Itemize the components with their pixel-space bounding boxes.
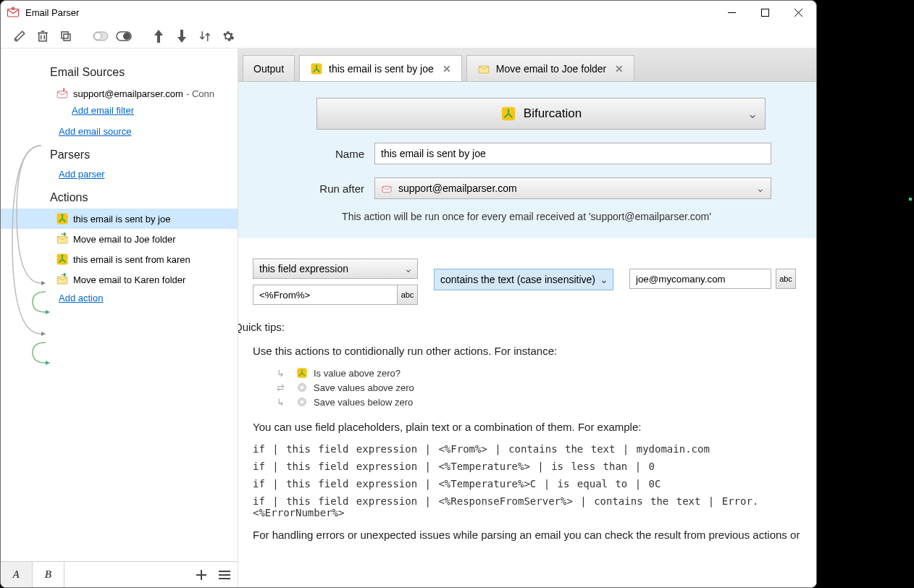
example-line: Is value above zero? [314, 368, 401, 379]
add-email-filter-link[interactable]: Add email filter [72, 104, 134, 123]
email-source-item[interactable]: support@emailparser.com - Conn [1, 83, 238, 104]
field-mode-dropdown[interactable]: this field expression ⌄ [253, 259, 418, 279]
add-action-link[interactable]: Add action [59, 290, 103, 311]
action-item-bifurcation-karen[interactable]: this email is sent from karen [1, 249, 238, 269]
edit-icon[interactable] [9, 26, 30, 46]
tab-bifurcation-joe[interactable]: this email is sent by joe ✕ [299, 55, 462, 81]
action-type-label: Bifurcation [524, 106, 582, 121]
action-label: this email is sent by joe [73, 214, 170, 224]
run-after-note: This action will be run once for every e… [324, 211, 729, 222]
example-line: Save values above zero [314, 382, 414, 393]
operator-dropdown[interactable]: contains the text (case insensitive) ⌄ [434, 269, 613, 290]
svg-point-40 [301, 386, 303, 389]
svg-point-42 [301, 400, 303, 403]
field-picker-button[interactable]: abc [398, 285, 418, 305]
svg-rect-17 [57, 91, 67, 98]
tab-move-joe[interactable]: Move email to Joe folder ✕ [466, 55, 635, 81]
actions-heading: Actions [1, 187, 238, 209]
delete-icon[interactable] [33, 26, 53, 46]
minimize-button[interactable] [715, 1, 748, 23]
action-item-bifurcation-joe[interactable]: this email is sent by joe [1, 209, 238, 229]
mailbox-icon [381, 182, 393, 194]
move-folder-icon [56, 273, 69, 286]
app-window: Email Parser Email Sources support@email… [0, 0, 817, 588]
window-title: Email Parser [25, 7, 715, 18]
action-label: Move email to Joe folder [73, 234, 176, 245]
tree: Email Sources support@emailparser.com - … [1, 49, 238, 561]
chevron-down-icon: ⌄ [404, 263, 413, 274]
tab-a[interactable]: A [1, 562, 33, 587]
chevron-down-icon: ⌄ [747, 106, 758, 122]
close-button[interactable] [781, 1, 815, 23]
toggle-off-icon[interactable] [91, 26, 111, 46]
bifurcation-icon [56, 253, 69, 266]
quick-tips-heading: Quick tips: [238, 321, 802, 333]
svg-rect-11 [64, 34, 70, 41]
name-label: Name [266, 148, 374, 160]
svg-rect-12 [62, 32, 68, 38]
svg-point-20 [62, 214, 64, 216]
tab-close-icon[interactable]: ✕ [615, 63, 624, 75]
svg-point-14 [94, 33, 101, 40]
name-input[interactable] [374, 143, 771, 164]
tab-label: this email is sent by joe [329, 63, 434, 75]
tips-p2: You can use field placeholders, plain te… [253, 421, 802, 433]
svg-point-1 [12, 7, 15, 11]
tips-example: ↳Is value above zero? ⇄Save values above… [270, 367, 802, 408]
sort-icon[interactable] [195, 26, 215, 46]
code-line: if | this field expression | <%ResponseF… [253, 495, 802, 518]
gear-icon [296, 396, 308, 408]
toggle-on-icon[interactable] [114, 26, 134, 46]
field-expression-input[interactable] [253, 285, 398, 305]
compare-value-input[interactable] [629, 269, 771, 289]
bifurcation-icon [500, 106, 516, 122]
maximize-button[interactable] [748, 1, 781, 23]
menu-icon[interactable] [214, 565, 235, 585]
move-folder-icon [477, 62, 490, 75]
action-item-move-karen[interactable]: Move email to Karen folder [1, 269, 238, 290]
email-source-label: support@emailparser.com [73, 88, 183, 99]
svg-point-23 [62, 254, 64, 256]
add-email-source-link[interactable]: Add email source [59, 123, 131, 144]
bifurcation-icon [310, 62, 323, 75]
example-line: Save values below zero [314, 397, 413, 408]
mailbox-icon [56, 87, 69, 100]
tab-label: Move email to Joe folder [496, 63, 607, 75]
svg-point-16 [123, 33, 130, 40]
scroll-area[interactable]: Bifurcation ⌄ Name Run after support@ema… [238, 82, 816, 587]
action-item-move-joe[interactable]: Move email to Joe folder [1, 229, 238, 249]
condition-panel: this field expression ⌄ abc contains the… [238, 238, 816, 312]
operator-value: contains the text (case insensitive) [440, 274, 595, 285]
tips-p1: Use this actions to contidionally run ot… [253, 345, 802, 357]
tab-b[interactable]: B [33, 562, 64, 587]
bifurcation-icon [296, 367, 308, 379]
field-mode-value: this field expression [259, 263, 348, 274]
run-after-dropdown[interactable]: support@emailparser.com ⌄ [374, 177, 771, 199]
chevron-down-icon: ⌄ [600, 274, 608, 285]
value-picker-button[interactable]: abc [776, 269, 796, 289]
bifurcation-icon [56, 212, 69, 225]
arrow-up-icon[interactable] [148, 26, 169, 46]
quick-tips: Quick tips: Use this actions to contidio… [238, 312, 816, 566]
action-type-dropdown[interactable]: Bifurcation ⌄ [316, 98, 766, 130]
move-folder-icon [56, 232, 69, 245]
copy-icon[interactable] [56, 26, 76, 46]
app-icon [7, 6, 20, 19]
run-after-value: support@emailparser.com [398, 182, 517, 194]
svg-marker-26 [46, 310, 50, 314]
email-sources-heading: Email Sources [1, 62, 238, 83]
add-tab-icon[interactable] [191, 565, 211, 585]
code-line: if | this field expression | <%Temperatu… [253, 478, 802, 490]
tab-close-icon[interactable]: ✕ [443, 63, 451, 75]
svg-marker-27 [41, 332, 46, 336]
gear-icon[interactable] [218, 26, 238, 46]
tab-output[interactable]: Output [243, 55, 295, 81]
parsers-heading: Parsers [1, 144, 238, 166]
svg-marker-28 [46, 361, 50, 365]
add-parser-link[interactable]: Add parser [59, 166, 105, 187]
arrow-down-icon[interactable] [172, 26, 192, 46]
toolbar [1, 24, 816, 49]
run-after-label: Run after [266, 182, 374, 195]
sidebar: Email Sources support@emailparser.com - … [1, 49, 238, 587]
tab-label: Output [253, 63, 284, 75]
